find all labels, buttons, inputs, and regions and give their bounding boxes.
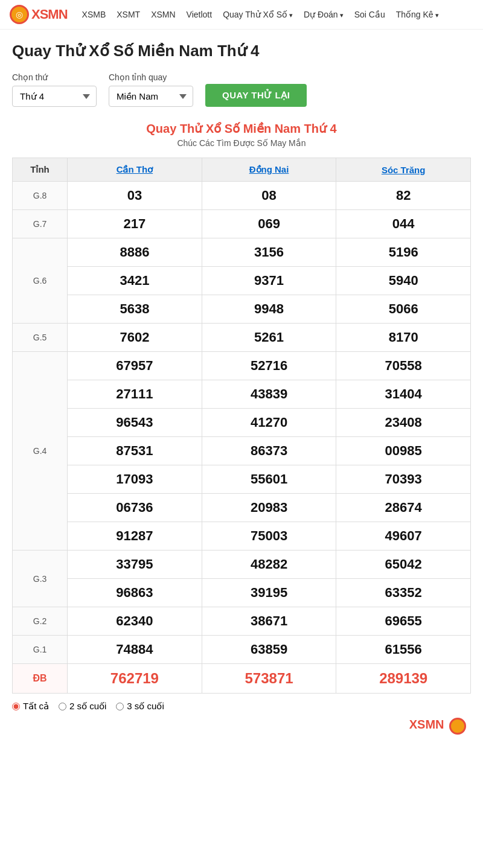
number-cell: 96863 [68,579,202,607]
logo-icon [10,5,29,24]
number-cell: 74884 [68,636,202,664]
header-dongnai[interactable]: Đồng Nai [202,158,336,182]
number-cell: 28674 [336,494,471,522]
number-cell: 33795 [68,550,202,579]
number-cell: 48282 [202,550,336,579]
header-soctrang[interactable]: Sóc Trăng [336,158,471,182]
spin-button[interactable]: QUAY THỬ LẠI [205,84,307,107]
number-cell: 55601 [202,465,336,494]
nav-xsmb[interactable]: XSMB [82,10,106,19]
number-cell: 23408 [336,409,471,437]
main-content: Quay Thử Xổ Số Miền Nam Thứ 4 Chọn thứ T… [0,30,483,743]
prize-label: G.2 [13,607,68,636]
number-cell: 3421 [68,267,202,295]
table-row: 342193715940 [13,267,471,295]
table-row: 965434127023408 [13,409,471,437]
thu-select[interactable]: Thứ 4 [12,86,97,107]
number-cell: 70393 [336,465,471,494]
prize-label: G.7 [13,210,68,238]
logo[interactable]: XSMN [10,5,68,24]
number-cell: 63352 [336,579,471,607]
tinh-label: Chọn tỉnh quay [109,72,193,82]
table-row: ĐB762719573871289139 [13,664,471,694]
number-cell: 87531 [68,437,202,465]
header-cantho[interactable]: Cần Thơ [68,158,202,182]
number-cell: 96543 [68,409,202,437]
table-row: G.5760252618170 [13,324,471,352]
number-cell: 31404 [336,380,471,409]
db-number-cell: 289139 [336,664,471,694]
number-cell: 62340 [68,607,202,636]
number-cell: 9371 [202,267,336,295]
number-cell: 65042 [336,550,471,579]
nav-thong-ke[interactable]: Thống Kê [396,10,439,19]
table-row: 968633919563352 [13,579,471,607]
number-cell: 5940 [336,267,471,295]
watermark-text: XSMN [409,718,444,731]
number-cell: 43839 [202,380,336,409]
watermark-icon [449,718,466,735]
number-cell: 217 [68,210,202,238]
table-row: 170935560170393 [13,465,471,494]
table-row: G.7217069044 [13,210,471,238]
number-cell: 069 [202,210,336,238]
page-title: Quay Thử Xổ Số Miền Nam Thứ 4 [12,42,471,60]
logo-text: XSMN [31,7,68,22]
prize-label: G.4 [13,352,68,550]
tinh-group: Chọn tỉnh quay Miền Nam [109,72,193,107]
filter-all[interactable]: Tất cả [12,701,49,712]
number-cell: 82 [336,182,471,210]
header-tinh: Tỉnh [13,158,68,182]
db-number-cell: 573871 [202,664,336,694]
prize-label: G.6 [13,238,68,324]
db-number-cell: 762719 [68,664,202,694]
number-cell: 5196 [336,238,471,267]
table-row: G.3337954828265042 [13,550,471,579]
nav-soi-cau[interactable]: Soi Cầu [354,10,385,19]
nav-vietlott[interactable]: Vietlott [187,10,213,19]
table-row: 271114383931404 [13,380,471,409]
filter-2cuoi[interactable]: 2 số cuối [59,701,106,712]
table-row: G.4679575271670558 [13,352,471,380]
table-row: G.6888631565196 [13,238,471,267]
table-row: G.8030882 [13,182,471,210]
nav-xsmt[interactable]: XSMT [117,10,140,19]
number-cell: 3156 [202,238,336,267]
number-cell: 75003 [202,522,336,550]
number-cell: 91287 [68,522,202,550]
number-cell: 8170 [336,324,471,352]
prize-label: G.1 [13,636,68,664]
nav-xsmn[interactable]: XSMN [151,10,175,19]
number-cell: 67957 [68,352,202,380]
tinh-select[interactable]: Miền Nam [109,86,193,107]
filter-3cuoi[interactable]: 3 số cuối [116,701,164,712]
nav-du-doan[interactable]: Dự Đoán [304,10,344,19]
number-cell: 5066 [336,295,471,324]
number-cell: 69655 [336,607,471,636]
number-cell: 39195 [202,579,336,607]
navbar: XSMN XSMB XSMT XSMN Vietlott Quay Thử Xổ… [0,0,483,30]
number-cell: 06736 [68,494,202,522]
nav-links: XSMB XSMT XSMN Vietlott Quay Thử Xổ Số D… [82,10,473,19]
table-row: 563899485066 [13,295,471,324]
table-row: 067362098328674 [13,494,471,522]
number-cell: 00985 [336,437,471,465]
filter-row: Tất cả 2 số cuối 3 số cuối [12,694,471,715]
prize-label: ĐB [13,664,68,694]
table-row: G.1748846385961556 [13,636,471,664]
prize-label: G.5 [13,324,68,352]
thu-label: Chọn thứ [12,72,97,82]
number-cell: 63859 [202,636,336,664]
table-row: 875318637300985 [13,437,471,465]
number-cell: 5261 [202,324,336,352]
number-cell: 03 [68,182,202,210]
number-cell: 41270 [202,409,336,437]
number-cell: 7602 [68,324,202,352]
number-cell: 20983 [202,494,336,522]
number-cell: 5638 [68,295,202,324]
number-cell: 27111 [68,380,202,409]
result-subtitle: Chúc Các Tìm Được Số May Mắn [12,138,471,148]
nav-quay-thu[interactable]: Quay Thử Xổ Số [223,10,293,19]
table-row: G.2623403867169655 [13,607,471,636]
lottery-table: Tỉnh Cần Thơ Đồng Nai Sóc Trăng G.803088… [12,158,471,694]
